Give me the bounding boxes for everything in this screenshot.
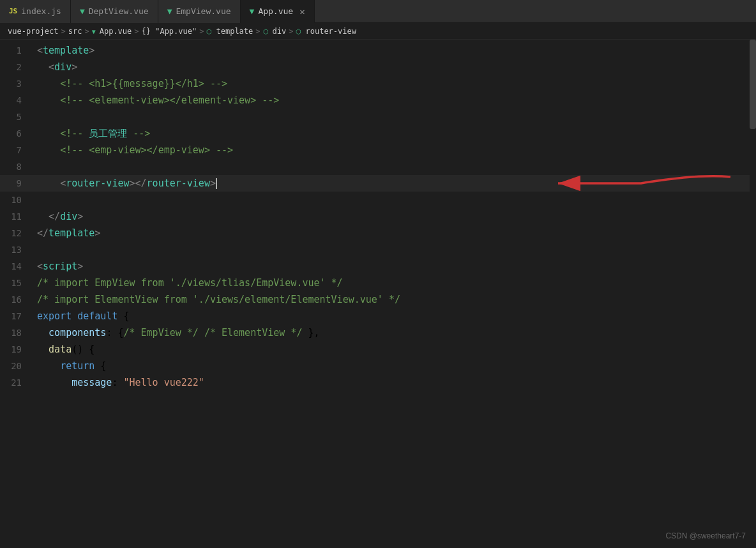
line-number: 20 [0,358,32,374]
vue-icon: ▼ [80,6,85,16]
breadcrumb-template: template [206,27,253,36]
code-line-19[interactable]: 19 data() { [0,341,756,358]
line-number: 15 [0,275,32,291]
line-number: 18 [0,324,32,341]
code-area: 1 <template> 2 <div> 3 <!-- <h1>{{messag… [0,40,756,548]
line-content: <!-- <element-view></element-view> --> [32,92,756,109]
line-content: data() { [32,341,756,358]
code-line-12[interactable]: 12 </template> [0,225,756,241]
line-content: return { [32,358,756,374]
line-number: 12 [0,225,32,241]
line-number: 3 [0,75,32,92]
line-content: /* import ElementView from './views/elem… [32,291,756,308]
breadcrumb-appvue-obj: "App.vue" [142,27,197,36]
code-line-14[interactable]: 14 <script> [0,258,756,275]
line-content: /* import EmpView from './views/tlias/Em… [32,275,756,291]
code-line-2[interactable]: 2 <div> [0,59,756,75]
code-line-15[interactable]: 15 /* import EmpView from './views/tlias… [0,275,756,291]
tab-label: index.js [21,6,61,16]
code-line-21[interactable]: 21 message: "Hello vue222" [0,374,756,391]
tab-index-js[interactable]: JS index.js [0,0,71,23]
tab-bar: JS index.js ▼ DeptView.vue ▼ EmpView.vue… [0,0,756,23]
breadcrumb-router-view: router-view [296,27,356,36]
code-line-17[interactable]: 17 export default { [0,308,756,324]
code-line-16[interactable]: 16 /* import ElementView from './views/e… [0,291,756,308]
tab-label: EmpView.vue [176,6,231,16]
line-content: <!-- 员工管理 --> [32,125,756,142]
breadcrumb-div: div [263,27,287,36]
line-content: <script> [32,258,756,275]
code-line-5[interactable]: 5 [0,109,756,125]
line-content: <!-- <emp-view></emp-view> --> [32,142,756,158]
code-line-8[interactable]: 8 [0,158,756,175]
line-number: 13 [0,241,32,258]
line-content: <!-- <h1>{{message}}</h1> --> [32,75,756,92]
code-line-18[interactable]: 18 components: {/* EmpView */ /* Element… [0,324,756,341]
code-line-9[interactable]: 9 <router-view></router-view> [0,175,756,192]
scrollbar-thumb[interactable] [750,40,756,129]
tab-app-vue[interactable]: ▼ App.vue ✕ [241,0,315,23]
code-line-11[interactable]: 11 </div> [0,208,756,225]
tab-deptview-vue[interactable]: ▼ DeptView.vue [71,0,158,23]
code-line-13[interactable]: 13 [0,241,756,258]
line-number: 17 [0,308,32,324]
line-number: 7 [0,142,32,158]
breadcrumb-sep: > [84,27,89,36]
line-number: 14 [0,258,32,275]
line-content: components: {/* EmpView */ /* ElementVie… [32,324,756,341]
breadcrumb-sep: > [255,27,260,36]
line-content: <template> [32,42,756,59]
line-content: export default { [32,308,756,324]
line-number: 10 [0,192,32,208]
scrollbar-track[interactable] [750,40,756,548]
code-line-10[interactable]: 10 [0,192,756,208]
breadcrumb-vue-project: vue-project [8,27,58,36]
tab-close-button[interactable]: ✕ [299,6,305,17]
line-number: 5 [0,109,32,125]
code-line-4[interactable]: 4 <!-- <element-view></element-view> --> [0,92,756,109]
tab-label: DeptView.vue [89,6,149,16]
line-content: <div> [32,59,756,75]
line-number: 19 [0,341,32,358]
line-number: 8 [0,158,32,175]
code-line-20[interactable]: 20 return { [0,358,756,374]
breadcrumb-sep: > [199,27,204,36]
line-number: 16 [0,291,32,308]
line-number: 2 [0,59,32,75]
breadcrumb-sep: > [61,27,65,36]
line-content: message: "Hello vue222" [32,374,756,391]
line-number: 21 [0,374,32,391]
line-number: 9 [0,175,32,192]
tab-label: App.vue [258,6,293,16]
breadcrumb-sep: > [134,27,139,36]
line-number: 4 [0,92,32,109]
vue-icon: ▼ [167,6,172,16]
code-line-6[interactable]: 6 <!-- 员工管理 --> [0,125,756,142]
code-line-1[interactable]: 1 <template> [0,42,756,59]
line-number: 6 [0,125,32,142]
code-line-7[interactable]: 7 <!-- <emp-view></emp-view> --> [0,142,756,158]
line-content: <router-view></router-view> [32,175,756,192]
breadcrumb: vue-project > src > App.vue > "App.vue" … [0,23,756,40]
vue-icon: ▼ [250,6,255,16]
line-content: </template> [32,225,756,241]
tab-empview-vue[interactable]: ▼ EmpView.vue [158,0,241,23]
breadcrumb-src: src [68,27,82,36]
line-content: </div> [32,208,756,225]
watermark: CSDN @sweetheart7-7 [665,531,746,540]
breadcrumb-appvue: App.vue [92,27,132,36]
line-number: 11 [0,208,32,225]
js-icon: JS [9,7,17,15]
code-line-3[interactable]: 3 <!-- <h1>{{message}}</h1> --> [0,75,756,92]
line-number: 1 [0,42,32,59]
breadcrumb-sep: > [289,27,293,36]
